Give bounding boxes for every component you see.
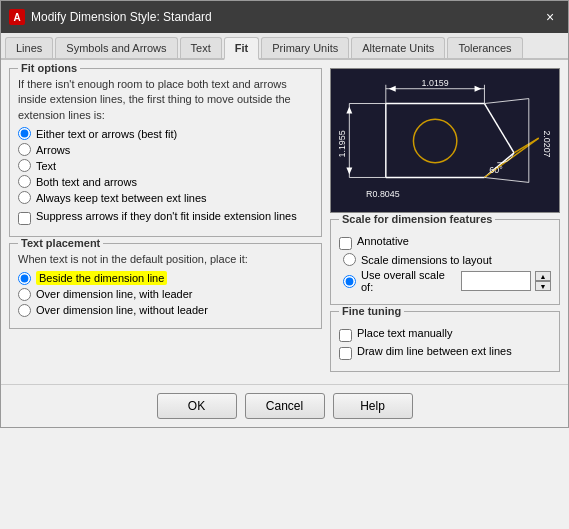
left-panel: Fit options If there isn't enough room t… — [9, 68, 322, 372]
tab-primary-units[interactable]: Primary Units — [261, 37, 349, 58]
tab-tolerances[interactable]: Tolerances — [447, 37, 522, 58]
radio-scale-dimensions[interactable]: Scale dimensions to layout — [339, 253, 551, 266]
fine-tuning-group: Fine tuning Place text manually Draw dim… — [330, 311, 560, 372]
radio-text-label: Text — [36, 160, 56, 172]
radio-over-no-leader-label: Over dimension line, without leader — [36, 304, 208, 316]
tab-bar: Lines Symbols and Arrows Text Fit Primar… — [1, 33, 568, 60]
radio-always-keep[interactable]: Always keep text between ext lines — [18, 191, 313, 204]
text-placement-description: When text is not in the default position… — [18, 252, 313, 267]
main-content: Fit options If there isn't enough room t… — [1, 60, 568, 380]
annotative-checkbox[interactable]: Annotative — [339, 235, 551, 250]
text-placement-group: Text placement When text is not in the d… — [9, 243, 322, 328]
place-text-checkbox[interactable]: Place text manually — [339, 327, 551, 342]
spin-up-button[interactable]: ▲ — [535, 271, 551, 281]
radio-arrows-label: Arrows — [36, 144, 70, 156]
radio-beside-label: Beside the dimension line — [36, 272, 167, 284]
radio-beside-dim[interactable]: Beside the dimension line — [18, 272, 313, 285]
radio-both-label: Both text and arrows — [36, 176, 137, 188]
overall-scale-input[interactable]: 1.0000 — [461, 271, 531, 291]
radio-over-leader-label: Over dimension line, with leader — [36, 288, 193, 300]
suppress-arrows-label: Suppress arrows if they don't fit inside… — [36, 210, 297, 222]
tab-symbols-arrows[interactable]: Symbols and Arrows — [55, 37, 177, 58]
dimension-preview: 1.0159 1.1955 2.0207 R0.8045 — [330, 68, 560, 213]
radio-either-label: Either text or arrows (best fit) — [36, 128, 177, 140]
radio-text[interactable]: Text — [18, 159, 313, 172]
svg-text:2.0207: 2.0207 — [542, 130, 552, 157]
text-placement-title: Text placement — [18, 237, 103, 249]
footer: OK Cancel Help — [1, 384, 568, 427]
radio-either-text-arrows[interactable]: Either text or arrows (best fit) — [18, 127, 313, 140]
tab-alternate-units[interactable]: Alternate Units — [351, 37, 445, 58]
overall-scale-spinner: 1.0000 ▲ ▼ — [461, 271, 551, 291]
radio-use-overall[interactable]: Use overall scale of: 1.0000 ▲ ▼ — [339, 269, 551, 293]
draw-dim-checkbox[interactable]: Draw dim line between ext lines — [339, 345, 551, 360]
radio-over-without-leader[interactable]: Over dimension line, without leader — [18, 304, 313, 317]
help-button[interactable]: Help — [333, 393, 413, 419]
preview-svg: 1.0159 1.1955 2.0207 R0.8045 — [331, 69, 559, 212]
close-button[interactable]: × — [540, 7, 560, 27]
tab-fit[interactable]: Fit — [224, 37, 259, 60]
radio-both[interactable]: Both text and arrows — [18, 175, 313, 188]
fit-options-description: If there isn't enough room to place both… — [18, 77, 313, 123]
annotative-label: Annotative — [357, 235, 409, 247]
svg-text:1.1955: 1.1955 — [337, 130, 347, 157]
tab-text[interactable]: Text — [180, 37, 222, 58]
svg-text:60°: 60° — [489, 165, 503, 175]
ok-button[interactable]: OK — [157, 393, 237, 419]
use-overall-label: Use overall scale of: — [361, 269, 456, 293]
scale-dimensions-label: Scale dimensions to layout — [361, 254, 492, 266]
radio-arrows[interactable]: Arrows — [18, 143, 313, 156]
radio-always-label: Always keep text between ext lines — [36, 192, 207, 204]
radio-over-with-leader[interactable]: Over dimension line, with leader — [18, 288, 313, 301]
dialog: A Modify Dimension Style: Standard × Lin… — [0, 0, 569, 428]
suppress-arrows-checkbox[interactable]: Suppress arrows if they don't fit inside… — [18, 210, 313, 225]
title-bar: A Modify Dimension Style: Standard × — [1, 1, 568, 33]
cancel-button[interactable]: Cancel — [245, 393, 325, 419]
draw-dim-label: Draw dim line between ext lines — [357, 345, 512, 357]
fine-tuning-title: Fine tuning — [339, 305, 404, 317]
scale-group: Scale for dimension features Annotative … — [330, 219, 560, 305]
place-text-label: Place text manually — [357, 327, 452, 339]
spin-buttons: ▲ ▼ — [535, 271, 551, 291]
dialog-title: Modify Dimension Style: Standard — [31, 10, 540, 24]
right-panel: 1.0159 1.1955 2.0207 R0.8045 — [330, 68, 560, 372]
scale-title: Scale for dimension features — [339, 213, 495, 225]
app-icon: A — [9, 9, 25, 25]
svg-text:R0.8045: R0.8045 — [366, 189, 400, 199]
tab-lines[interactable]: Lines — [5, 37, 53, 58]
svg-text:1.0159: 1.0159 — [422, 78, 449, 88]
fit-options-group: Fit options If there isn't enough room t… — [9, 68, 322, 237]
fit-options-title: Fit options — [18, 62, 80, 74]
spin-down-button[interactable]: ▼ — [535, 281, 551, 291]
